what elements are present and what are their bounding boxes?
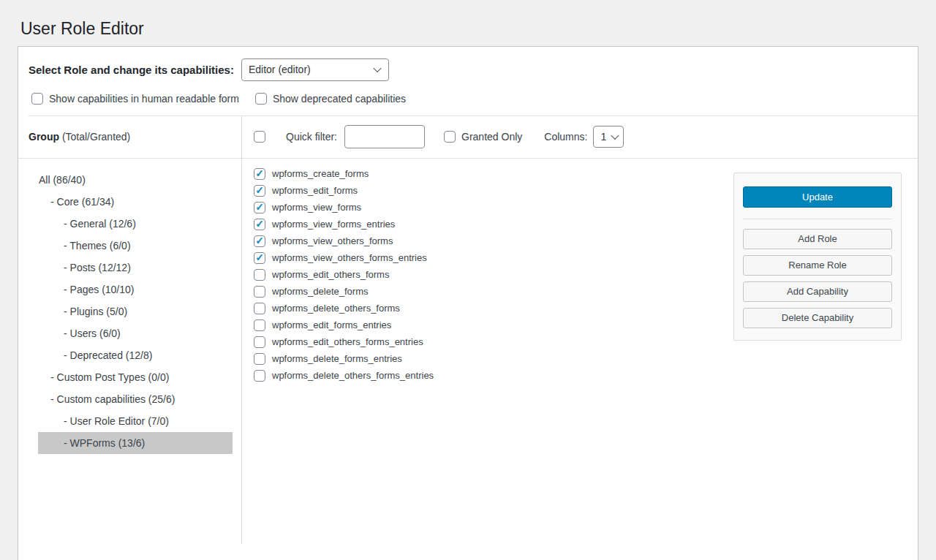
- show-deprecated-checkbox[interactable]: ✓: [255, 93, 267, 105]
- capability-row: ✓wpforms_edit_others_forms_entries: [254, 336, 733, 348]
- group-tree: All (86/40)- Core (61/34)- General (12/6…: [18, 159, 241, 454]
- capabilities-pane: ✓ Quick filter: ✓ Granted Only Columns: …: [242, 116, 918, 544]
- chevron-down-icon: [611, 132, 619, 140]
- role-select-value: Editor (editor): [249, 64, 311, 75]
- capability-label[interactable]: wpforms_view_forms_entries: [272, 219, 395, 230]
- capability-checkbox[interactable]: ✓: [254, 303, 265, 314]
- capability-label[interactable]: wpforms_create_forms: [272, 168, 369, 179]
- add-capability-button[interactable]: Add Capability: [743, 281, 892, 302]
- group-header-rest: (Total/Granted): [59, 131, 130, 143]
- capability-checkbox[interactable]: ✓: [254, 286, 265, 298]
- capability-row: ✓wpforms_view_others_forms: [254, 235, 733, 247]
- top-section: Select Role and change its capabilities:…: [18, 47, 918, 116]
- quick-filter-input[interactable]: [344, 125, 425, 148]
- granted-only-label[interactable]: Granted Only: [461, 131, 522, 143]
- group-item[interactable]: - Pages (10/10): [38, 279, 233, 300]
- columns-select[interactable]: 1: [593, 126, 624, 148]
- capability-checkbox[interactable]: ✓: [254, 168, 265, 180]
- group-item[interactable]: - General (12/6): [38, 213, 233, 235]
- group-item[interactable]: - User Role Editor (7/0): [38, 410, 233, 432]
- show-deprecated-label[interactable]: Show deprecated capabilities: [273, 93, 406, 105]
- capability-row: ✓wpforms_edit_forms: [254, 185, 733, 197]
- capability-label[interactable]: wpforms_delete_others_forms: [272, 303, 400, 314]
- delete-capability-button[interactable]: Delete Capability: [743, 308, 892, 328]
- group-item[interactable]: - Plugins (5/0): [38, 300, 233, 322]
- columns-select-value: 1: [600, 131, 606, 143]
- update-button[interactable]: Update: [743, 186, 892, 208]
- capability-label[interactable]: wpforms_delete_others_forms_entries: [272, 370, 434, 381]
- capability-list: ✓wpforms_create_forms✓wpforms_edit_forms…: [242, 159, 733, 544]
- action-panel: Update Add Role Rename Role Add Capabili…: [733, 173, 902, 341]
- capability-label[interactable]: wpforms_edit_forms_entries: [272, 319, 391, 330]
- capability-row: ✓wpforms_view_forms_entries: [254, 219, 733, 230]
- human-readable-checkbox[interactable]: ✓: [31, 93, 43, 105]
- role-select[interactable]: Editor (editor): [241, 58, 389, 81]
- group-item[interactable]: - WPForms (13/6): [38, 432, 233, 454]
- capability-label[interactable]: wpforms_edit_others_forms_entries: [272, 336, 423, 347]
- capability-label[interactable]: wpforms_view_forms: [272, 202, 361, 213]
- group-header: Group (Total/Granted): [18, 116, 241, 159]
- page-title: User Role Editor: [0, 0, 936, 39]
- granted-only-checkbox[interactable]: ✓: [444, 131, 456, 143]
- capability-label[interactable]: wpforms_delete_forms_entries: [272, 353, 402, 364]
- capability-checkbox[interactable]: ✓: [254, 370, 265, 382]
- user-role-editor-panel: Select Role and change its capabilities:…: [18, 46, 918, 560]
- capability-label[interactable]: wpforms_view_others_forms: [272, 235, 393, 246]
- filter-bar: ✓ Quick filter: ✓ Granted Only Columns: …: [242, 116, 918, 159]
- capability-checkbox[interactable]: ✓: [254, 319, 265, 331]
- capability-label[interactable]: wpforms_view_others_forms_entries: [272, 252, 427, 263]
- capability-row: ✓wpforms_delete_forms_entries: [254, 353, 733, 365]
- add-role-button[interactable]: Add Role: [743, 229, 892, 249]
- group-item[interactable]: - Deprecated (12/8): [38, 344, 233, 366]
- capability-row: ✓wpforms_delete_others_forms_entries: [254, 370, 733, 382]
- panel-divider: [743, 219, 892, 219]
- capability-checkbox[interactable]: ✓: [254, 353, 265, 365]
- groups-pane: Group (Total/Granted) All (86/40)- Core …: [18, 116, 242, 544]
- capability-checkbox[interactable]: ✓: [254, 235, 265, 247]
- capability-row: ✓wpforms_delete_forms: [254, 286, 733, 298]
- select-role-label: Select Role and change its capabilities:: [29, 64, 234, 76]
- group-item[interactable]: - Custom Post Types (0/0): [38, 366, 233, 388]
- capability-row: ✓wpforms_view_others_forms_entries: [254, 252, 733, 264]
- capability-checkbox[interactable]: ✓: [254, 336, 265, 348]
- group-header-bold: Group: [29, 131, 59, 143]
- rename-role-button[interactable]: Rename Role: [743, 255, 892, 276]
- capability-checkbox[interactable]: ✓: [254, 219, 265, 230]
- columns-label: Columns:: [544, 131, 587, 143]
- capability-row: ✓wpforms_view_forms: [254, 202, 733, 213]
- capability-checkbox[interactable]: ✓: [254, 252, 265, 264]
- capability-label[interactable]: wpforms_delete_forms: [272, 286, 369, 297]
- quick-filter-label: Quick filter:: [286, 131, 337, 143]
- capability-row: ✓wpforms_edit_forms_entries: [254, 319, 733, 331]
- group-item[interactable]: All (86/40): [38, 169, 233, 191]
- capability-label[interactable]: wpforms_edit_others_forms: [272, 269, 389, 280]
- group-item[interactable]: - Users (6/0): [38, 322, 233, 344]
- select-all-checkbox[interactable]: ✓: [254, 131, 265, 143]
- capability-row: ✓wpforms_edit_others_forms: [254, 269, 733, 281]
- group-item[interactable]: - Themes (6/0): [38, 235, 233, 257]
- capability-checkbox[interactable]: ✓: [254, 269, 265, 281]
- chevron-down-icon: [373, 64, 381, 72]
- group-item[interactable]: - Core (61/34): [38, 191, 233, 213]
- capability-checkbox[interactable]: ✓: [254, 202, 265, 213]
- capability-label[interactable]: wpforms_edit_forms: [272, 185, 358, 196]
- capability-checkbox[interactable]: ✓: [254, 185, 265, 197]
- capability-row: ✓wpforms_create_forms: [254, 168, 733, 180]
- human-readable-label[interactable]: Show capabilities in human readable form: [49, 93, 239, 105]
- capability-row: ✓wpforms_delete_others_forms: [254, 303, 733, 314]
- group-item[interactable]: - Posts (12/12): [38, 257, 233, 279]
- group-item[interactable]: - Custom capabilities (25/6): [38, 388, 233, 410]
